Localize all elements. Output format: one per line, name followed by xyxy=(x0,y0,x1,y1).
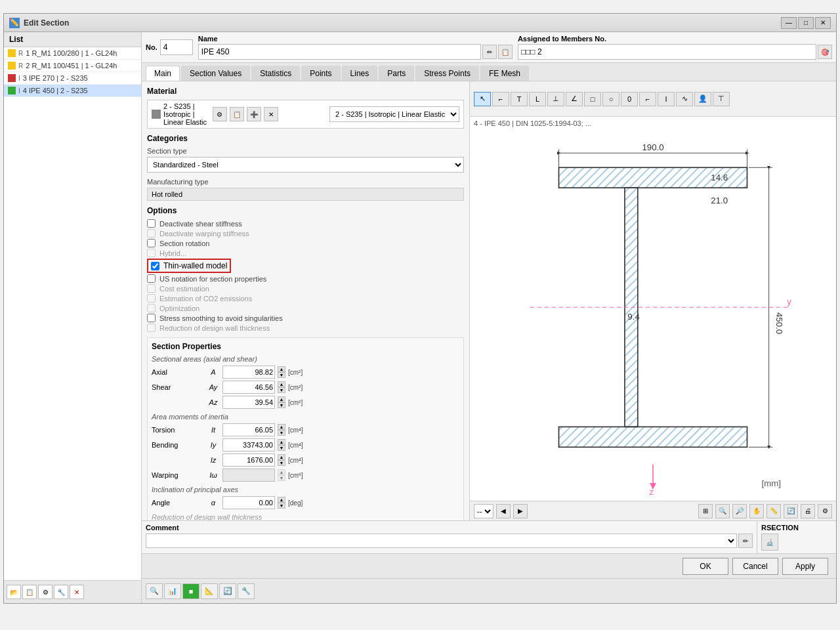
bt-search-button[interactable]: 🔍 xyxy=(146,583,163,599)
list-item[interactable]: I 3 IPE 270 | 2 - S235 xyxy=(4,72,141,85)
close-button[interactable]: ✕ xyxy=(815,17,831,29)
section-type-select[interactable]: Standardized - Steel xyxy=(147,157,464,173)
tab-main[interactable]: Main xyxy=(146,66,180,81)
shear-az-up[interactable]: ▲ xyxy=(278,396,285,402)
l-section-tool-button[interactable]: L xyxy=(529,92,546,106)
bending-iy-input[interactable] xyxy=(222,438,275,452)
tab-stress-points[interactable]: Stress Points xyxy=(415,66,479,81)
axial-input[interactable] xyxy=(222,366,275,379)
edit-name-button[interactable]: ✏ xyxy=(482,45,497,59)
axial-down-arrow[interactable]: ▼ xyxy=(278,372,285,378)
tab-parts[interactable]: Parts xyxy=(379,66,414,81)
drawing-pan[interactable]: ✋ xyxy=(749,504,764,518)
deactivate-shear-checkbox[interactable] xyxy=(147,219,156,228)
material-add-button[interactable]: ➕ xyxy=(247,107,261,121)
stress-smoothing-checkbox[interactable] xyxy=(147,314,156,322)
bending-iz-down[interactable]: ▼ xyxy=(278,460,285,466)
bt-green-button[interactable]: ■ xyxy=(182,583,200,599)
tab-fe-mesh[interactable]: FE Mesh xyxy=(480,66,529,81)
axial-up-arrow[interactable]: ▲ xyxy=(278,366,285,372)
name-input[interactable] xyxy=(198,44,481,60)
torsion-up[interactable]: ▲ xyxy=(278,424,285,430)
drawing-rotate[interactable]: 🔄 xyxy=(784,504,798,518)
stress-smoothing-label[interactable]: Stress smoothing to avoid singularities xyxy=(159,314,283,322)
no-input[interactable] xyxy=(160,39,193,55)
tab-statistics[interactable]: Statistics xyxy=(251,66,300,81)
comment-select[interactable] xyxy=(146,534,737,548)
section-rotation-checkbox[interactable] xyxy=(147,239,156,247)
drawing-print[interactable]: 🖨 xyxy=(801,504,815,518)
drawing-forward-button[interactable]: ▶ xyxy=(513,504,528,518)
channel-tool-button[interactable]: ⌐ xyxy=(492,92,509,106)
drawing-zoom-all[interactable]: ⊞ xyxy=(698,504,713,518)
section-rotation-label[interactable]: Section rotation xyxy=(159,240,209,247)
settings-button[interactable]: ⚙ xyxy=(38,585,52,599)
t-flipped-tool-button[interactable]: ⊥ xyxy=(547,92,564,106)
rect-tool-button[interactable]: □ xyxy=(584,92,601,106)
tools-button[interactable]: 🔧 xyxy=(54,585,68,599)
torsion-down[interactable]: ▼ xyxy=(278,430,285,436)
bt-tools-button[interactable]: 🔧 xyxy=(238,583,255,599)
open-button[interactable]: 📂 xyxy=(7,585,21,599)
angle-up[interactable]: ▲ xyxy=(278,497,285,503)
angle-input[interactable] xyxy=(222,496,275,509)
comment-edit-button[interactable]: ✏ xyxy=(738,534,753,548)
shear-ay-down[interactable]: ▼ xyxy=(278,387,285,393)
tab-section-values[interactable]: Section Values xyxy=(181,66,250,81)
list-item-selected[interactable]: I 4 IPE 450 | 2 - S235 xyxy=(4,85,141,97)
extra-tool-button[interactable]: ⊤ xyxy=(713,92,730,106)
browse-name-button[interactable]: 📋 xyxy=(498,45,513,59)
drawing-measure[interactable]: 📏 xyxy=(766,504,781,518)
bt-grid-button[interactable]: 📐 xyxy=(201,583,218,599)
c-tool-button[interactable]: ⌐ xyxy=(639,92,656,106)
copy-button[interactable]: 📋 xyxy=(22,585,37,599)
beam-tool-button[interactable]: I xyxy=(658,92,675,106)
thin-walled-checkbox[interactable] xyxy=(151,262,159,270)
drawing-settings[interactable]: ⚙ xyxy=(818,504,832,518)
shear-ay-up[interactable]: ▲ xyxy=(278,381,285,387)
material-del-button[interactable]: ✕ xyxy=(264,107,278,121)
cancel-button[interactable]: Cancel xyxy=(732,558,778,575)
oval-tool-button[interactable]: 0 xyxy=(621,92,638,106)
tab-lines[interactable]: Lines xyxy=(342,66,378,81)
torsion-input[interactable] xyxy=(222,423,275,436)
person-tool-button[interactable]: 👤 xyxy=(694,92,711,106)
us-notation-checkbox[interactable] xyxy=(147,274,156,283)
shear-ay-input[interactable] xyxy=(222,381,275,394)
list-item[interactable]: R 2 R_M1 100/451 | 1 - GL24h xyxy=(4,60,141,72)
ok-button[interactable]: OK xyxy=(682,558,728,575)
material-copy-button[interactable]: 📋 xyxy=(230,107,244,121)
assigned-input[interactable] xyxy=(518,44,816,60)
us-notation-label[interactable]: US notation for section properties xyxy=(159,275,266,283)
bending-iy-up[interactable]: ▲ xyxy=(278,439,285,445)
deactivate-shear-label[interactable]: Deactivate shear stiffness xyxy=(159,220,242,228)
list-item[interactable]: R 1 R_M1 100/280 | 1 - GL24h xyxy=(4,47,141,60)
select-tool-button[interactable]: ↖ xyxy=(474,92,491,106)
drawing-back-button[interactable]: ◀ xyxy=(496,504,511,518)
thin-walled-label[interactable]: Thin-walled model xyxy=(163,261,227,270)
t-section-tool-button[interactable]: T xyxy=(511,92,528,106)
circle-tool-button[interactable]: ○ xyxy=(602,92,620,106)
shear-az-down[interactable]: ▼ xyxy=(278,402,285,408)
bt-rotate-button[interactable]: 🔄 xyxy=(219,583,236,599)
minimize-button[interactable]: — xyxy=(781,17,797,29)
angle-tool-button[interactable]: ∠ xyxy=(566,92,583,106)
rsection-button[interactable]: 🔬 xyxy=(761,534,778,551)
bt-table-button[interactable]: 📊 xyxy=(164,583,181,599)
bending-iz-up[interactable]: ▲ xyxy=(278,454,285,460)
angle-down[interactable]: ▼ xyxy=(278,503,285,509)
material-select[interactable]: 2 - S235 | Isotropic | Linear Elastic xyxy=(329,106,459,122)
drawing-zoom-in[interactable]: 🔍 xyxy=(715,504,730,518)
drawing-zoom-out[interactable]: 🔎 xyxy=(732,504,747,518)
material-edit-button[interactable]: ⚙ xyxy=(213,107,227,121)
bending-iz-input[interactable] xyxy=(222,453,275,467)
tab-points[interactable]: Points xyxy=(301,66,340,81)
maximize-button[interactable]: □ xyxy=(798,17,814,29)
assigned-pick-button[interactable]: 🎯 xyxy=(818,45,832,59)
bending-iy-down[interactable]: ▼ xyxy=(278,445,285,451)
wave-tool-button[interactable]: ∿ xyxy=(676,92,693,106)
delete-button[interactable]: ✕ xyxy=(70,585,84,599)
shear-az-input[interactable] xyxy=(222,396,275,409)
apply-button[interactable]: Apply xyxy=(782,558,828,575)
drawing-view-select[interactable]: -- xyxy=(474,504,494,518)
